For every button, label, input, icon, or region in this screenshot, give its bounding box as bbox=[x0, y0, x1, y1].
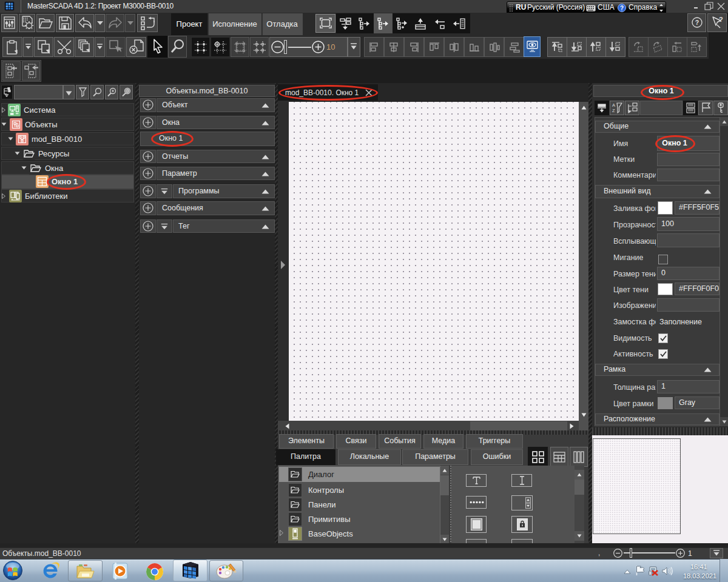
svg-text:?: ? bbox=[620, 5, 624, 12]
svg-text:Z: Z bbox=[612, 108, 615, 113]
svg-text:?: ? bbox=[695, 19, 699, 26]
svg-text:A: A bbox=[612, 102, 615, 108]
svg-text:?: ? bbox=[719, 16, 723, 23]
